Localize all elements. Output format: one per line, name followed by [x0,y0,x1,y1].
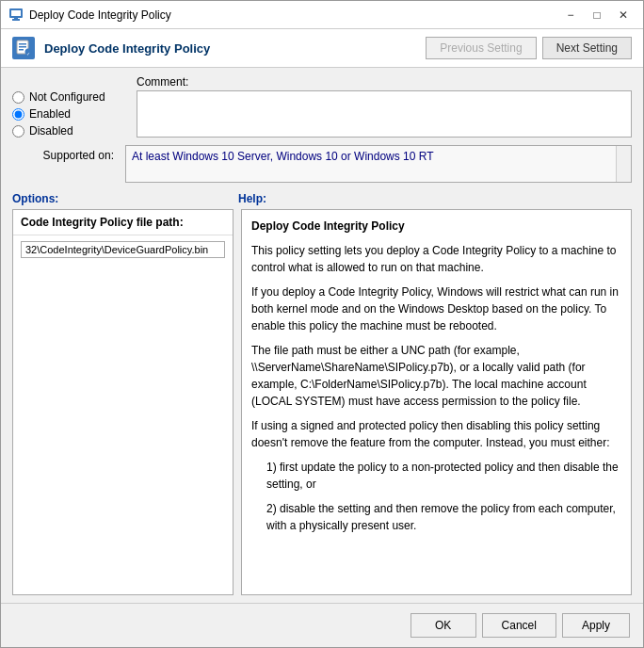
filepath-input[interactable] [21,241,225,258]
prev-setting-button[interactable]: Previous Setting [426,37,536,59]
title-bar-controls: − □ ✕ [558,6,636,24]
disabled-radio[interactable]: Disabled [12,124,125,138]
not-configured-input[interactable] [12,91,24,104]
title-bar-icon [8,8,24,23]
help-para-2: If you deploy a Code Integrity Policy, W… [251,284,621,334]
svg-rect-5 [19,43,26,45]
comment-textarea[interactable] [137,90,632,138]
cancel-button[interactable]: Cancel [482,613,556,638]
help-panel-title: Deploy Code Integrity Policy [251,218,621,235]
help-para-6: 2) disable the setting and then remove t… [266,500,621,534]
options-panel-content [13,235,233,264]
options-panel-title: Code Integrity Policy file path: [13,210,233,235]
help-para-3: The file path must be either a UNC path … [251,342,621,410]
svg-text:✓: ✓ [26,51,30,57]
header-bar: ✓ Deploy Code Integrity Policy Previous … [1,29,643,68]
main-content: Not Configured Enabled Disabled Comment:… [1,68,643,603]
radio-comment-row: Not Configured Enabled Disabled Comment: [12,75,632,138]
help-para-5: 1) first update the policy to a non-prot… [266,459,621,493]
minimize-button[interactable]: − [558,6,583,24]
comment-section: Comment: [137,75,632,138]
svg-rect-2 [12,19,20,21]
footer: OK Cancel Apply [1,603,643,647]
close-button[interactable]: ✕ [611,6,636,24]
help-heading: Help: [238,192,632,205]
radio-group: Not Configured Enabled Disabled [12,75,125,138]
header-nav-buttons: Previous Setting Next Setting [426,37,632,59]
svg-rect-7 [19,49,24,51]
help-panel: Deploy Code Integrity Policy This policy… [241,209,632,595]
not-configured-radio[interactable]: Not Configured [12,90,125,104]
enabled-radio[interactable]: Enabled [12,107,125,121]
supported-label: Supported on: [12,145,114,162]
header-icon: ✓ [12,37,35,59]
ok-button[interactable]: OK [411,613,476,638]
svg-rect-1 [11,10,21,16]
enabled-input[interactable] [12,108,24,121]
next-setting-button[interactable]: Next Setting [542,37,632,59]
help-para-4: If using a signed and protected policy t… [251,417,621,451]
svg-rect-3 [14,17,18,19]
panels-row: Code Integrity Policy file path: Deploy … [12,209,632,595]
apply-button[interactable]: Apply [562,613,630,638]
supported-value: At least Windows 10 Server, Windows 10 o… [125,145,632,183]
supported-row: Supported on: At least Windows 10 Server… [12,145,632,183]
header-title: Deploy Code Integrity Policy [44,41,426,56]
title-bar-text: Deploy Code Integrity Policy [29,8,558,22]
options-heading: Options: [12,192,238,205]
options-panel: Code Integrity Policy file path: [12,209,233,595]
options-help-labels: Options: Help: [12,192,632,205]
svg-rect-6 [19,46,26,48]
main-window: Deploy Code Integrity Policy − □ ✕ ✓ Dep… [0,0,644,648]
disabled-input[interactable] [12,125,24,138]
title-bar: Deploy Code Integrity Policy − □ ✕ [1,1,643,29]
help-para-1: This policy setting lets you deploy a Co… [251,242,621,276]
comment-label: Comment: [137,75,632,89]
maximize-button[interactable]: □ [585,6,609,24]
supported-scrollbar[interactable] [616,146,631,182]
